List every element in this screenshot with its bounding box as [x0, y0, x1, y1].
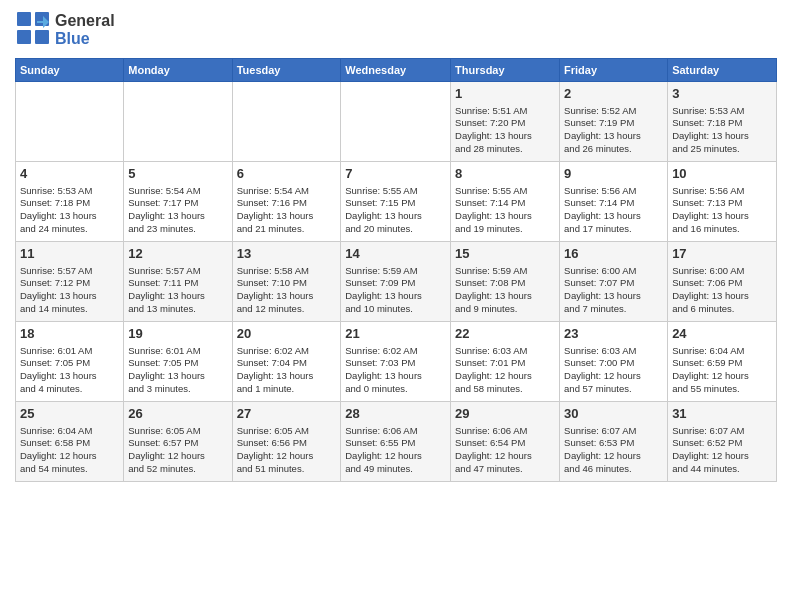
header-cell-friday: Friday	[560, 59, 668, 82]
day-info: Sunset: 6:52 PM	[672, 437, 772, 450]
day-info: Daylight: 12 hours	[455, 450, 555, 463]
calendar-week-1: 1Sunrise: 5:51 AMSunset: 7:20 PMDaylight…	[16, 82, 777, 162]
day-number: 10	[672, 165, 772, 183]
day-info: and 7 minutes.	[564, 303, 663, 316]
day-number: 4	[20, 165, 119, 183]
day-info: Sunrise: 6:00 AM	[564, 265, 663, 278]
day-info: Daylight: 13 hours	[455, 290, 555, 303]
day-info: Sunset: 7:12 PM	[20, 277, 119, 290]
day-info: Daylight: 13 hours	[20, 210, 119, 223]
day-info: Daylight: 13 hours	[20, 370, 119, 383]
day-number: 1	[455, 85, 555, 103]
day-number: 29	[455, 405, 555, 423]
day-info: Sunset: 7:18 PM	[20, 197, 119, 210]
calendar-cell: 12Sunrise: 5:57 AMSunset: 7:11 PMDayligh…	[124, 242, 232, 322]
day-info: Sunset: 7:13 PM	[672, 197, 772, 210]
day-info: Sunset: 7:11 PM	[128, 277, 227, 290]
day-info: Sunset: 7:10 PM	[237, 277, 337, 290]
day-info: and 25 minutes.	[672, 143, 772, 156]
day-info: and 28 minutes.	[455, 143, 555, 156]
day-number: 22	[455, 325, 555, 343]
svg-rect-2	[17, 30, 31, 44]
day-info: Sunset: 6:55 PM	[345, 437, 446, 450]
header-cell-thursday: Thursday	[451, 59, 560, 82]
day-info: Sunrise: 5:56 AM	[564, 185, 663, 198]
day-info: and 1 minute.	[237, 383, 337, 396]
calendar-cell: 15Sunrise: 5:59 AMSunset: 7:08 PMDayligh…	[451, 242, 560, 322]
calendar-week-4: 18Sunrise: 6:01 AMSunset: 7:05 PMDayligh…	[16, 322, 777, 402]
calendar-cell: 28Sunrise: 6:06 AMSunset: 6:55 PMDayligh…	[341, 402, 451, 482]
calendar-cell: 25Sunrise: 6:04 AMSunset: 6:58 PMDayligh…	[16, 402, 124, 482]
day-info: Sunset: 7:08 PM	[455, 277, 555, 290]
day-info: Sunset: 7:00 PM	[564, 357, 663, 370]
calendar-cell: 19Sunrise: 6:01 AMSunset: 7:05 PMDayligh…	[124, 322, 232, 402]
day-info: Sunset: 7:15 PM	[345, 197, 446, 210]
day-info: Sunset: 7:01 PM	[455, 357, 555, 370]
calendar-week-2: 4Sunrise: 5:53 AMSunset: 7:18 PMDaylight…	[16, 162, 777, 242]
day-info: Sunrise: 6:01 AM	[128, 345, 227, 358]
day-info: and 13 minutes.	[128, 303, 227, 316]
day-number: 15	[455, 245, 555, 263]
calendar-cell: 18Sunrise: 6:01 AMSunset: 7:05 PMDayligh…	[16, 322, 124, 402]
day-info: Daylight: 12 hours	[564, 450, 663, 463]
logo: General Blue	[15, 10, 115, 50]
day-info: Daylight: 13 hours	[672, 290, 772, 303]
day-info: Sunrise: 5:54 AM	[128, 185, 227, 198]
day-number: 26	[128, 405, 227, 423]
day-info: Sunrise: 6:03 AM	[564, 345, 663, 358]
day-info: Sunrise: 6:02 AM	[237, 345, 337, 358]
day-number: 17	[672, 245, 772, 263]
header-cell-saturday: Saturday	[668, 59, 777, 82]
day-info: Sunrise: 6:06 AM	[345, 425, 446, 438]
calendar-cell	[341, 82, 451, 162]
day-info: Daylight: 12 hours	[672, 370, 772, 383]
day-info: Sunset: 7:20 PM	[455, 117, 555, 130]
calendar-cell	[16, 82, 124, 162]
calendar-cell: 7Sunrise: 5:55 AMSunset: 7:15 PMDaylight…	[341, 162, 451, 242]
day-info: Sunrise: 6:07 AM	[564, 425, 663, 438]
day-info: Sunset: 7:18 PM	[672, 117, 772, 130]
calendar-cell: 5Sunrise: 5:54 AMSunset: 7:17 PMDaylight…	[124, 162, 232, 242]
day-info: Sunset: 7:05 PM	[128, 357, 227, 370]
day-info: Sunset: 7:06 PM	[672, 277, 772, 290]
day-number: 25	[20, 405, 119, 423]
day-info: Daylight: 12 hours	[20, 450, 119, 463]
day-info: Daylight: 13 hours	[345, 210, 446, 223]
day-info: Daylight: 13 hours	[20, 290, 119, 303]
day-info: and 54 minutes.	[20, 463, 119, 476]
calendar-cell: 21Sunrise: 6:02 AMSunset: 7:03 PMDayligh…	[341, 322, 451, 402]
calendar-cell: 16Sunrise: 6:00 AMSunset: 7:07 PMDayligh…	[560, 242, 668, 322]
calendar-cell: 13Sunrise: 5:58 AMSunset: 7:10 PMDayligh…	[232, 242, 341, 322]
day-number: 18	[20, 325, 119, 343]
day-info: Sunrise: 6:02 AM	[345, 345, 446, 358]
day-info: Sunset: 7:19 PM	[564, 117, 663, 130]
day-info: Sunset: 7:07 PM	[564, 277, 663, 290]
day-info: Sunrise: 5:57 AM	[20, 265, 119, 278]
day-info: Daylight: 12 hours	[128, 450, 227, 463]
day-number: 9	[564, 165, 663, 183]
day-info: Daylight: 12 hours	[345, 450, 446, 463]
day-info: Sunrise: 5:56 AM	[672, 185, 772, 198]
day-info: Sunrise: 5:59 AM	[345, 265, 446, 278]
day-info: Sunrise: 5:59 AM	[455, 265, 555, 278]
day-info: Sunrise: 6:04 AM	[672, 345, 772, 358]
calendar-cell: 27Sunrise: 6:05 AMSunset: 6:56 PMDayligh…	[232, 402, 341, 482]
day-info: Sunrise: 6:00 AM	[672, 265, 772, 278]
day-info: and 55 minutes.	[672, 383, 772, 396]
day-info: Sunrise: 5:53 AM	[20, 185, 119, 198]
calendar-cell: 4Sunrise: 5:53 AMSunset: 7:18 PMDaylight…	[16, 162, 124, 242]
calendar-cell: 17Sunrise: 6:00 AMSunset: 7:06 PMDayligh…	[668, 242, 777, 322]
day-info: Daylight: 12 hours	[564, 370, 663, 383]
svg-rect-3	[35, 30, 49, 44]
day-info: Sunset: 6:53 PM	[564, 437, 663, 450]
day-number: 19	[128, 325, 227, 343]
day-info: Daylight: 13 hours	[237, 370, 337, 383]
svg-rect-0	[17, 12, 31, 26]
day-info: and 26 minutes.	[564, 143, 663, 156]
day-info: Sunrise: 6:07 AM	[672, 425, 772, 438]
day-info: Daylight: 13 hours	[672, 210, 772, 223]
calendar-cell: 3Sunrise: 5:53 AMSunset: 7:18 PMDaylight…	[668, 82, 777, 162]
day-number: 7	[345, 165, 446, 183]
day-info: Daylight: 13 hours	[455, 130, 555, 143]
day-info: Daylight: 12 hours	[455, 370, 555, 383]
